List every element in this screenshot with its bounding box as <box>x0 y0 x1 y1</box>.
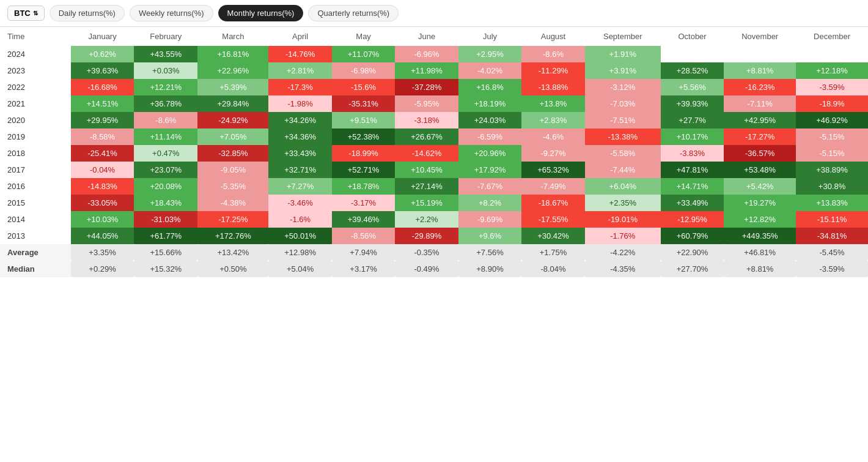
year-cell: 2022 <box>0 79 71 95</box>
col-time: Time <box>0 27 71 46</box>
tab-daily[interactable]: Daily returns(%) <box>50 5 125 21</box>
value-cell: +39.46% <box>332 211 395 228</box>
col-feb: February <box>134 27 197 46</box>
value-cell: -1.76% <box>585 228 661 244</box>
symbol-selector[interactable]: BTC ⇅ <box>7 6 45 21</box>
value-cell: +0.47% <box>134 145 197 162</box>
value-cell: -5.95% <box>395 95 458 112</box>
value-cell: -5.58% <box>585 145 661 162</box>
value-cell: -5.35% <box>197 178 268 195</box>
value-cell: +3.17% <box>332 261 395 277</box>
year-cell: 2018 <box>0 145 71 162</box>
col-aug: August <box>521 27 584 46</box>
value-cell: +46.92% <box>796 112 868 129</box>
year-cell: 2013 <box>0 228 71 244</box>
value-cell: -6.98% <box>332 62 395 79</box>
value-cell: +17.92% <box>458 162 521 178</box>
value-cell: +29.84% <box>197 95 268 112</box>
value-cell: +33.49% <box>661 195 724 211</box>
value-cell: +15.66% <box>134 244 197 261</box>
value-cell: +16.8% <box>458 79 521 95</box>
value-cell: -34.81% <box>796 228 868 244</box>
value-cell: +0.62% <box>71 46 134 62</box>
value-cell: +14.51% <box>71 95 134 112</box>
value-cell: +0.50% <box>197 261 268 277</box>
value-cell: +52.71% <box>332 162 395 178</box>
value-cell: -13.38% <box>585 129 661 145</box>
value-cell: +16.81% <box>197 46 268 62</box>
value-cell: -7.67% <box>458 178 521 195</box>
value-cell: -4.35% <box>585 261 661 277</box>
value-cell: -8.04% <box>521 261 584 277</box>
value-cell: +8.81% <box>724 62 796 79</box>
value-cell: +34.36% <box>268 129 331 145</box>
value-cell: -6.96% <box>395 46 458 62</box>
table-row: 2013+44.05%+61.77%+172.76%+50.01%-8.56%-… <box>0 228 868 244</box>
value-cell: -11.29% <box>521 62 584 79</box>
tab-monthly[interactable]: Monthly returns(%) <box>218 5 304 21</box>
value-cell: -6.59% <box>458 129 521 145</box>
value-cell: -7.51% <box>585 112 661 129</box>
value-cell: +11.07% <box>332 46 395 62</box>
value-cell: -8.6% <box>521 46 584 62</box>
value-cell: +18.43% <box>134 195 197 211</box>
col-dec: December <box>796 27 868 46</box>
table-row: 2015-33.05%+18.43%-4.38%-3.46%-3.17%+15.… <box>0 195 868 211</box>
value-cell: +27.7% <box>661 112 724 129</box>
value-cell <box>724 46 796 62</box>
value-cell: -18.67% <box>521 195 584 211</box>
value-cell: -3.59% <box>796 79 868 95</box>
tab-weekly[interactable]: Weekly returns(%) <box>130 5 213 21</box>
value-cell: +2.81% <box>268 62 331 79</box>
value-cell: +449.35% <box>724 228 796 244</box>
value-cell: -15.6% <box>332 79 395 95</box>
value-cell: +46.81% <box>724 244 796 261</box>
value-cell: -15.11% <box>796 211 868 228</box>
value-cell: +5.39% <box>197 79 268 95</box>
value-cell: +22.96% <box>197 62 268 79</box>
value-cell: +8.81% <box>724 261 796 277</box>
value-cell: -4.38% <box>197 195 268 211</box>
value-cell: -19.01% <box>585 211 661 228</box>
value-cell: +2.2% <box>395 211 458 228</box>
value-cell: +6.04% <box>585 178 661 195</box>
year-cell: Average <box>0 244 71 261</box>
value-cell: -0.49% <box>395 261 458 277</box>
value-cell <box>661 46 724 62</box>
table-row: 2024+0.62%+43.55%+16.81%-14.76%+11.07%-6… <box>0 46 868 62</box>
tab-quarterly[interactable]: Quarterly returns(%) <box>308 5 399 21</box>
value-cell: +5.04% <box>268 261 331 277</box>
value-cell: -24.92% <box>197 112 268 129</box>
value-cell: -9.27% <box>521 145 584 162</box>
value-cell: -5.15% <box>796 129 868 145</box>
year-cell: 2023 <box>0 62 71 79</box>
value-cell: +20.08% <box>134 178 197 195</box>
table-row: Median+0.29%+15.32%+0.50%+5.04%+3.17%-0.… <box>0 261 868 277</box>
table-row: 2020+29.95%-8.6%-24.92%+34.26%+9.51%-3.1… <box>0 112 868 129</box>
value-cell: +13.8% <box>521 95 584 112</box>
value-cell: -31.03% <box>134 211 197 228</box>
value-cell: +60.79% <box>661 228 724 244</box>
value-cell: -18.99% <box>332 145 395 162</box>
year-cell: 2024 <box>0 46 71 62</box>
table-row: 2014+10.03%-31.03%-17.25%-1.6%+39.46%+2.… <box>0 211 868 228</box>
symbol-label: BTC <box>14 9 31 18</box>
year-cell: 2015 <box>0 195 71 211</box>
value-cell: +22.90% <box>661 244 724 261</box>
value-cell: +32.71% <box>268 162 331 178</box>
value-cell: +5.42% <box>724 178 796 195</box>
value-cell: -17.27% <box>724 129 796 145</box>
value-cell: +10.03% <box>71 211 134 228</box>
value-cell: -3.12% <box>585 79 661 95</box>
value-cell: +13.42% <box>197 244 268 261</box>
value-cell: -4.02% <box>458 62 521 79</box>
value-cell: -29.89% <box>395 228 458 244</box>
year-cell: 2017 <box>0 162 71 178</box>
value-cell: +65.32% <box>521 162 584 178</box>
value-cell: +0.03% <box>134 62 197 79</box>
value-cell: -5.15% <box>796 145 868 162</box>
year-cell: 2020 <box>0 112 71 129</box>
value-cell: -17.25% <box>197 211 268 228</box>
col-nov: November <box>724 27 796 46</box>
value-cell: +39.93% <box>661 95 724 112</box>
